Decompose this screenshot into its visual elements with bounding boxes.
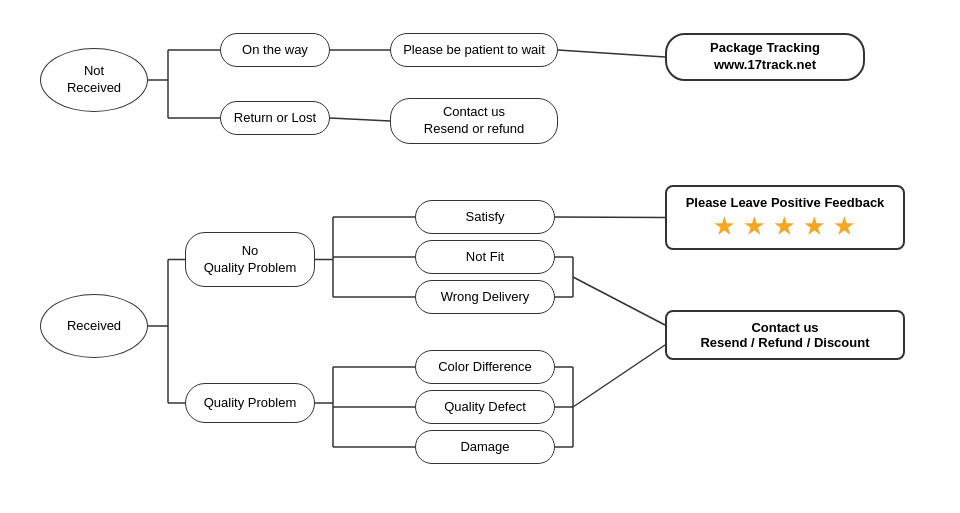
on-the-way-node: On the way xyxy=(220,33,330,67)
diagram: Not Received On the way Return or Lost P… xyxy=(0,0,960,513)
quality-defect-node: Quality Defect xyxy=(415,390,555,424)
received-node: Received xyxy=(40,294,148,358)
svg-line-29 xyxy=(573,277,665,325)
svg-line-21 xyxy=(555,217,665,218)
positive-feedback-node: Please Leave Positive Feedback ★ ★ ★ ★ ★ xyxy=(665,185,905,250)
stars-display: ★ ★ ★ ★ ★ xyxy=(679,214,891,240)
color-difference-node: Color Difference xyxy=(415,350,555,384)
contact-us2-node: Contact us Resend / Refund / Discount xyxy=(665,310,905,360)
positive-feedback-label: Please Leave Positive Feedback xyxy=(679,195,891,210)
be-patient-node: Please be patient to wait xyxy=(390,33,558,67)
svg-line-5 xyxy=(558,50,665,57)
not-fit-node: Not Fit xyxy=(415,240,555,274)
no-quality-problem-node: No Quality Problem xyxy=(185,232,315,287)
package-tracking-node: Package Tracking www.17track.net xyxy=(665,33,865,81)
svg-line-6 xyxy=(330,118,390,121)
quality-problem-node: Quality Problem xyxy=(185,383,315,423)
contact-us2-label: Contact us Resend / Refund / Discount xyxy=(700,320,869,350)
wrong-delivery-node: Wrong Delivery xyxy=(415,280,555,314)
satisfy-node: Satisfy xyxy=(415,200,555,234)
not-received-node: Not Received xyxy=(40,48,148,112)
damage-node: Damage xyxy=(415,430,555,464)
svg-line-30 xyxy=(573,345,665,407)
return-or-lost-node: Return or Lost xyxy=(220,101,330,135)
contact-resend-node: Contact us Resend or refund xyxy=(390,98,558,144)
